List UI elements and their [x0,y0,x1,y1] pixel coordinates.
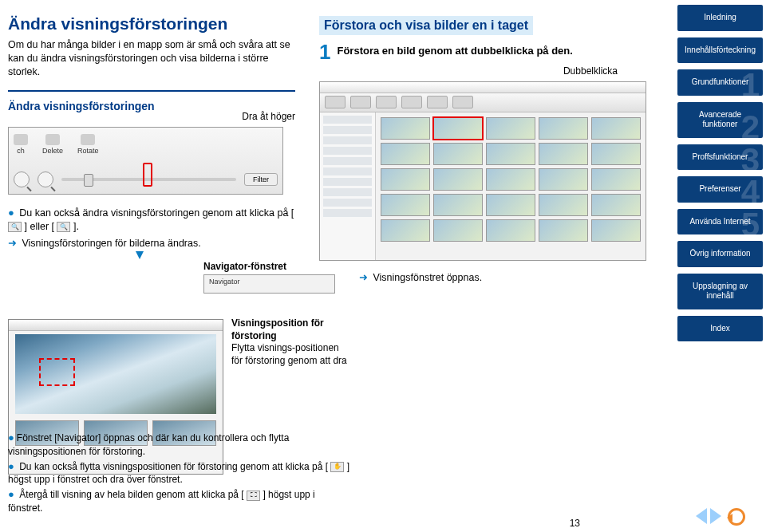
zoom-in-icon [38,171,53,187]
filter-button: Filter [244,173,278,186]
zoom-out-inline-icon: 🔍 [57,222,70,232]
toolbar-label: Delete [42,147,63,155]
open-note: Visningsfönstret öppnas. [373,272,482,283]
sidebar: Inledning Innehållsförteckning Grundfunk… [674,0,766,532]
lead-text: Om du har många bilder i en mapp som är … [8,38,295,79]
navigator-box: Navigator [203,274,335,294]
note-text: Fönstret [Navigator] öppnas och där kan … [8,432,289,457]
note-text: Återgå till visning av hela bilden genom… [19,489,244,500]
sidebar-item-label: Preferenser [699,184,740,193]
toolbar-label: Rotate [77,147,99,155]
sidebar-item-other[interactable]: Övrig information [677,241,763,267]
sidebar-item-label: Uppslagning av innehåll [693,282,748,301]
hand-icon: ✋ [330,462,344,472]
step-caption: Dubbelklicka [319,65,618,77]
sidebar-item-basic[interactable]: Grundfunktioner 1 [677,69,763,96]
sidebar-item-pro[interactable]: Proffsfunktioner 3 [677,144,763,171]
toolbar-label: ch [17,147,25,155]
sidebar-item-num: 5 [741,209,760,235]
note-text: ] eller [ [24,221,54,232]
sidebar-item-label: Innehållsförteckning [685,45,756,54]
sidebar-item-label: Index [710,324,729,333]
zoom-in-inline-icon: 🔍 [8,222,22,232]
highlighted-thumb [433,117,483,140]
sidebar-item-intro[interactable]: Inledning [677,5,763,31]
nav-next-icon[interactable] [710,508,721,524]
sidebar-item-num: 2 [741,107,760,138]
step-text: Förstora en bild genom att dubbelklicka … [337,45,572,57]
sidebar-item-label: Inledning [704,13,736,22]
info-body: Flytta visnings-positionen för förstorin… [231,342,351,367]
note-text: Visningsförstoringen för bilderna ändras… [22,238,200,249]
note-text: Du kan också ändra visningsförstoringen … [19,207,294,219]
highlight-box [143,163,152,187]
info-heading: Visningsposition för förstoring [231,317,351,342]
nav-prev-icon[interactable] [696,508,707,524]
info-block: Visningsposition för förstoring Flytta v… [231,317,351,367]
navigator-label: Navigator-fönstret [203,261,335,272]
section-title: Förstora och visa bilder en i taget [319,16,533,35]
sidebar-item-label: Proffsfunktioner [693,152,748,161]
notes-list: ● Du kan också ändra visningsförstoringe… [8,206,303,251]
sidebar-item-label: Avancerade funktioner [699,110,741,129]
page-number: 13 [556,518,580,529]
sidebar-item-index[interactable]: Index [677,316,763,342]
zoom-out-icon [14,171,30,187]
sidebar-item-prefs[interactable]: Preferenser 4 [677,176,763,203]
sidebar-item-label: Grundfunktioner [692,77,749,86]
sidebar-item-lookup[interactable]: Uppslagning av innehåll [677,274,763,309]
sidebar-item-internet[interactable]: Använda Internet 5 [677,209,763,235]
fit-icon: ⛶ [247,491,260,501]
arrow-icon [136,251,144,259]
sidebar-item-label: Övrig information [689,249,750,258]
note-text: Du kan också flytta visningspositionen f… [19,461,328,472]
note-text: ]. [73,221,79,232]
sidebar-item-toc[interactable]: Innehållsförteckning [677,37,763,64]
app-screenshot [319,81,646,261]
selection-box [39,358,75,386]
nav-undo-icon[interactable] [728,508,745,526]
navigator-window: Navigator-fönstret Navigator [203,261,335,294]
drag-label: Dra åt höger [8,111,295,122]
toolbar-screenshot: ch Delete Rotate Filter [8,127,283,195]
sidebar-item-num: 1 [741,69,760,96]
sidebar-item-num: 4 [741,176,760,203]
sidebar-item-num: 3 [741,144,760,171]
bottom-notes: ●Fönstret [Navigator] öppnas och där kan… [8,431,351,516]
nav-arrows [677,505,763,529]
sidebar-item-advanced[interactable]: Avancerade funktioner 2 [677,102,763,138]
step-number: 1 [319,41,330,62]
